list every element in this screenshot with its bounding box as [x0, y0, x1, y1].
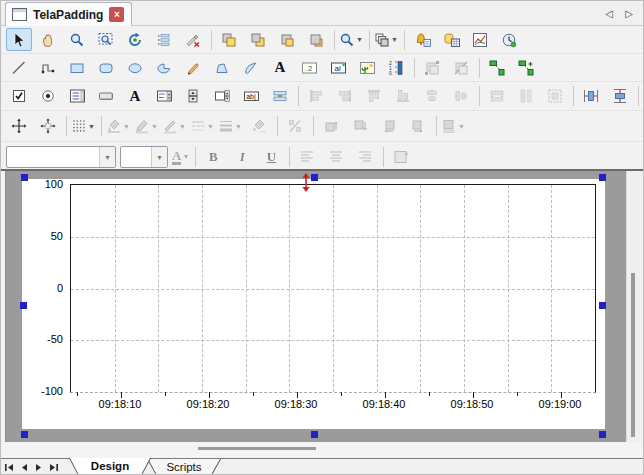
- line-style-menu-button[interactable]: ▼: [190, 118, 215, 134]
- link-tag-add-button[interactable]: [513, 56, 539, 79]
- combo-arrow-icon[interactable]: ▼: [151, 147, 167, 167]
- align-text-right-button[interactable]: [352, 146, 378, 169]
- font-size-combo[interactable]: ▼: [120, 146, 168, 168]
- tab-order-button[interactable]: [151, 28, 177, 51]
- arc-tool-button[interactable]: [151, 56, 177, 79]
- combobox-tool-button[interactable]: [151, 85, 177, 108]
- background-fill-button[interactable]: [246, 115, 272, 138]
- tab-design[interactable]: Design: [69, 458, 151, 475]
- selection-handle[interactable]: [21, 174, 28, 181]
- size-right-button[interactable]: [405, 115, 431, 138]
- selection-handle[interactable]: [599, 174, 606, 181]
- send-to-back-button[interactable]: [245, 28, 271, 51]
- polygon-tool-button[interactable]: [209, 56, 235, 79]
- align-text-left-button[interactable]: [294, 146, 320, 169]
- selection-handle[interactable]: [599, 431, 606, 438]
- align-center-horizontal-button[interactable]: [448, 85, 474, 108]
- bring-to-front-button[interactable]: [216, 28, 242, 51]
- text-frame-button[interactable]: [388, 146, 414, 169]
- combo-arrow-icon[interactable]: ▼: [99, 147, 115, 167]
- line-width-menu-button[interactable]: ▼: [218, 118, 243, 134]
- last-tab-button[interactable]: [46, 460, 61, 475]
- ellipse-tool-button[interactable]: [122, 56, 148, 79]
- selection-handle[interactable]: [20, 302, 27, 309]
- textbox-tool-button[interactable]: ab|: [238, 85, 264, 108]
- grid-menu-button[interactable]: ▼: [71, 118, 96, 134]
- send-backward-button[interactable]: [303, 28, 329, 51]
- zoom-tool-button[interactable]: [64, 28, 90, 51]
- underline-button[interactable]: U: [258, 146, 284, 169]
- rounded-rectangle-tool-button[interactable]: [93, 56, 119, 79]
- button-tool-button[interactable]: [93, 85, 119, 108]
- first-tab-button[interactable]: [1, 460, 16, 475]
- splitter-tool-button[interactable]: [267, 85, 293, 108]
- center-horizontal-window-button[interactable]: [578, 85, 604, 108]
- edit-points-button[interactable]: [180, 28, 206, 51]
- same-width-button[interactable]: [484, 85, 510, 108]
- align-left-button[interactable]: [303, 85, 329, 108]
- selection-handle[interactable]: [599, 302, 606, 309]
- next-tab-button[interactable]: [31, 460, 46, 475]
- move-tool-button[interactable]: [6, 115, 32, 138]
- zoom-menu-button[interactable]: ▼: [339, 32, 364, 48]
- refresh-button[interactable]: [122, 28, 148, 51]
- horizontal-scrollbar-thumb[interactable]: [198, 447, 316, 450]
- tab-scripts[interactable]: Scripts: [147, 459, 221, 475]
- align-center-vertical-button[interactable]: [419, 85, 445, 108]
- tab-scroll-right-button[interactable]: ▷: [621, 6, 637, 21]
- size-down-button[interactable]: [347, 115, 373, 138]
- vertical-scrollbar-thumb[interactable]: [631, 273, 635, 437]
- insert-query-button[interactable]: [438, 28, 464, 51]
- picture-tool-button[interactable]: [354, 56, 380, 79]
- line-color-menu-button[interactable]: ▼: [162, 118, 187, 134]
- checkbox-tool-button[interactable]: [6, 85, 32, 108]
- spinner-tool-button[interactable]: [180, 85, 206, 108]
- rectangle-tool-button[interactable]: [64, 56, 90, 79]
- percent-button[interactable]: [282, 115, 308, 138]
- close-tab-button[interactable]: ×: [109, 7, 124, 22]
- digital-display-tool-button[interactable]: .2: [296, 56, 322, 79]
- bold-button[interactable]: B: [200, 146, 226, 169]
- insert-e3chart-button[interactable]: [467, 28, 493, 51]
- nudge-tool-button[interactable]: [35, 115, 61, 138]
- align-text-center-button[interactable]: [323, 146, 349, 169]
- tab-telapadding[interactable]: TelaPadding ×: [5, 2, 132, 26]
- insert-alarm-button[interactable]: [409, 28, 435, 51]
- group-button[interactable]: [419, 56, 445, 79]
- polyline-tool-button[interactable]: [35, 56, 61, 79]
- updown-tool-button[interactable]: [209, 85, 235, 108]
- insert-datalogger-button[interactable]: [496, 28, 522, 51]
- radio-tool-button[interactable]: [35, 85, 61, 108]
- font-color-menu-button[interactable]: A ▼: [172, 149, 190, 166]
- font-name-combo[interactable]: ▼: [6, 146, 116, 168]
- center-vertical-window-button[interactable]: [607, 85, 633, 108]
- ungroup-button[interactable]: [448, 56, 474, 79]
- size-left-button[interactable]: [376, 115, 402, 138]
- italic-button[interactable]: I: [229, 146, 255, 169]
- selection-handle[interactable]: [21, 431, 28, 438]
- arrange-menu-button[interactable]: ▼: [441, 118, 466, 134]
- select-tool-button[interactable]: [6, 28, 32, 51]
- align-top-button[interactable]: [361, 85, 387, 108]
- bring-forward-button[interactable]: [274, 28, 300, 51]
- align-bottom-button[interactable]: [390, 85, 416, 108]
- link-tag-button[interactable]: [484, 56, 510, 79]
- line-tool-button[interactable]: [6, 56, 32, 79]
- same-height-button[interactable]: [513, 85, 539, 108]
- pan-tool-button[interactable]: [35, 28, 61, 51]
- selection-handle[interactable]: [311, 431, 318, 438]
- curve-tool-button[interactable]: [238, 56, 264, 79]
- listbox-tool-button[interactable]: [64, 85, 90, 108]
- canvas-background[interactable]: 100500-50-100 09:18:1009:18:2009:18:3009…: [5, 171, 626, 442]
- tab-scroll-left-button[interactable]: ◁: [601, 6, 617, 21]
- size-up-button[interactable]: [318, 115, 344, 138]
- vertical-scrollbar[interactable]: [626, 171, 644, 442]
- label-tool-button[interactable]: A: [122, 85, 148, 108]
- same-size-button[interactable]: [542, 85, 568, 108]
- layers-menu-button[interactable]: ▼: [374, 32, 399, 48]
- zoom-region-tool-button[interactable]: [93, 28, 119, 51]
- fill-color-menu-button[interactable]: ▼: [106, 118, 131, 134]
- e3chart-object[interactable]: 100500-50-100 09:18:1009:18:2009:18:3009…: [22, 179, 605, 429]
- align-right-button[interactable]: [332, 85, 358, 108]
- scale-tool-button[interactable]: 210: [383, 56, 409, 79]
